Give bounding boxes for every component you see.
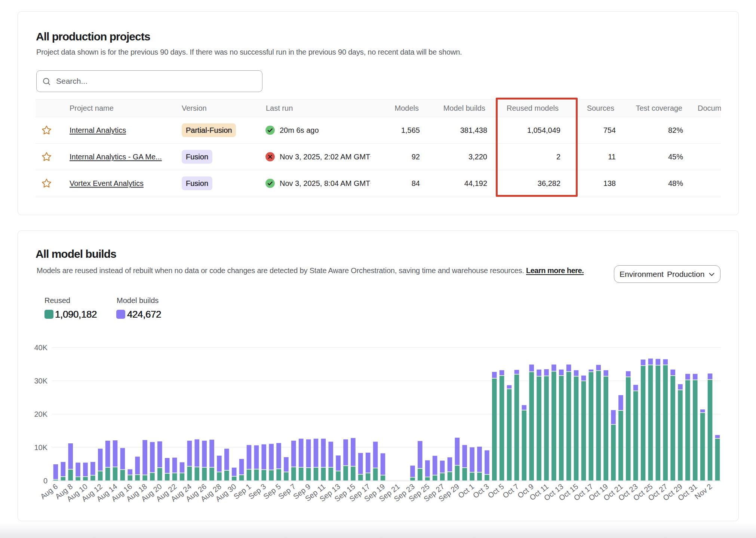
svg-text:Oct 5: Oct 5 — [486, 482, 505, 500]
svg-text:0: 0 — [43, 477, 47, 485]
svg-text:40K: 40K — [34, 343, 47, 352]
svg-text:Nov 2: Nov 2 — [693, 482, 714, 501]
svg-text:Oct 3: Oct 3 — [471, 482, 491, 500]
svg-text:20K: 20K — [34, 410, 47, 418]
svg-text:Oct 1: Oct 1 — [457, 482, 476, 500]
svg-text:Oct 7: Oct 7 — [501, 482, 520, 500]
svg-text:30K: 30K — [34, 377, 47, 385]
svg-text:10K: 10K — [34, 443, 47, 452]
